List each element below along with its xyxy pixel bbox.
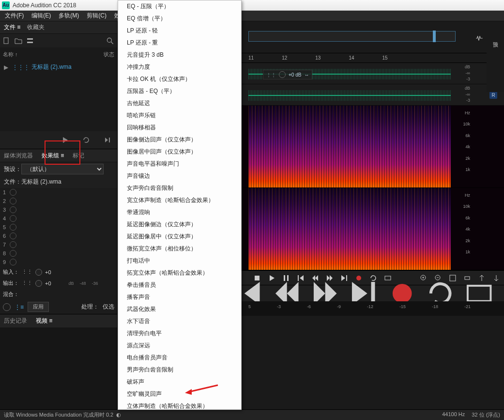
context-menu-item[interactable]: 水下语音	[118, 315, 241, 327]
apply-button[interactable]: 应用	[28, 302, 49, 312]
search-icon[interactable]	[106, 36, 114, 45]
overview-timeline[interactable]	[248, 31, 456, 42]
context-menu-item[interactable]: 声音镶边	[118, 170, 241, 182]
view-waveform-icon[interactable]	[475, 34, 484, 43]
mix-row: 混合：	[0, 289, 117, 300]
power-icon[interactable]	[10, 215, 16, 222]
effect-slot[interactable]: 3	[0, 205, 117, 214]
effect-slot[interactable]: 8	[0, 249, 117, 258]
svg-marker-5	[63, 137, 68, 143]
overview-thumb[interactable]	[433, 31, 436, 42]
effect-slots: 1 2 3 4 5 6 7 8 9	[0, 188, 117, 266]
effect-slot[interactable]: 5	[0, 223, 117, 232]
context-menu-item[interactable]: 冲撞力度	[118, 61, 241, 73]
expand-icon[interactable]: ▶	[4, 64, 8, 71]
context-menu-item[interactable]: 微拓宽立体声（相位移位）	[118, 243, 241, 255]
menu-clip[interactable]: 剪辑(C)	[83, 12, 110, 20]
col-status: 状态	[104, 51, 114, 58]
input-knob[interactable]	[35, 269, 42, 276]
open-file-icon[interactable]	[15, 37, 22, 45]
context-menu-item[interactable]: 延迟图像居中（仅立体声）	[118, 231, 241, 243]
svg-rect-45	[468, 286, 491, 301]
play-icon[interactable]	[61, 136, 69, 144]
svg-point-44	[393, 284, 412, 303]
power-icon[interactable]	[10, 259, 16, 265]
context-menu-item[interactable]: 吉他延迟	[118, 97, 241, 109]
menu-multitrack[interactable]: 多轨(M)	[55, 12, 83, 20]
collapsed-panel[interactable]: 预设	[487, 34, 504, 92]
hud-volume[interactable]: ⋮⋮+0 dB↔	[263, 70, 312, 79]
context-menu-item[interactable]: 电台播音员声音	[118, 352, 241, 364]
input-row: 输入：⋮⋮+0	[0, 266, 117, 278]
multitrack-icon[interactable]	[26, 37, 34, 45]
context-menu-item[interactable]: 女声旁白齿音限制	[118, 182, 241, 194]
context-menu-item[interactable]: 嘻哈声乐链	[118, 109, 241, 122]
effect-slot[interactable]: 9	[0, 258, 117, 266]
tab-video[interactable]: 视频 ≡	[36, 317, 52, 325]
power-icon[interactable]	[10, 241, 16, 248]
context-menu-item[interactable]: LP 还原 - 重	[118, 37, 241, 49]
status-sample-rate: 44100 Hz	[442, 411, 465, 419]
loop-icon[interactable]	[82, 136, 90, 144]
context-menu-item[interactable]: 图像居中回声（仅立体声）	[118, 146, 241, 158]
context-menu-item[interactable]: 空旷幽灵回声	[118, 388, 241, 400]
effect-slot[interactable]: 2	[0, 197, 117, 205]
context-menu-item[interactable]: 武器化效果	[118, 303, 241, 315]
context-menu-item[interactable]: 拓宽立体声（哈斯铝合金效果）	[118, 267, 241, 279]
context-menu-item[interactable]: 图像侧边回声（仅立体声）	[118, 134, 241, 146]
effect-slot[interactable]: 7	[0, 240, 117, 249]
menu-edit[interactable]: 编辑(E)	[28, 12, 55, 20]
list-icon[interactable]: ⋮≡	[15, 304, 24, 311]
context-menu-item[interactable]: EQ - 压限（平）	[118, 0, 241, 13]
effect-slot[interactable]: 1	[0, 188, 117, 197]
preset-dropdown[interactable]: （默认）	[21, 164, 104, 174]
rack-power-icon[interactable]	[3, 303, 11, 311]
context-menu-item[interactable]: 清理旁白电平	[118, 327, 241, 340]
skip-end-icon[interactable]	[340, 274, 348, 282]
tab-favorites[interactable]: 收藏夹	[27, 23, 45, 31]
meter-scale: dB-48-36	[69, 281, 98, 286]
menu-file[interactable]: 文件(F)	[1, 12, 28, 20]
tab-effects-rack[interactable]: 效果组 ≡	[42, 152, 64, 160]
autoplay-icon[interactable]	[104, 136, 111, 144]
context-menu-item[interactable]: 打电话中	[118, 255, 241, 267]
col-name[interactable]: 名称 ↑	[3, 51, 18, 58]
output-knob[interactable]	[35, 280, 42, 287]
power-icon[interactable]	[10, 206, 16, 213]
app-title: Adobe Audition CC 2018	[13, 2, 76, 9]
context-menu-item[interactable]: 回响移相器	[118, 122, 241, 134]
context-menu-item[interactable]: 源点深远	[118, 340, 241, 352]
tab-history[interactable]: 历史记录	[4, 317, 27, 325]
power-icon[interactable]	[10, 189, 16, 196]
context-menu-item[interactable]: 压限器 - EQ（平）	[118, 85, 241, 97]
context-menu-item[interactable]: 宽立体声制造（哈斯铝合金效果）	[118, 194, 241, 206]
context-menu-item[interactable]: 立体声制造（哈斯铝合金效果）	[118, 400, 241, 410]
context-menu-item[interactable]: EQ 倍增（平）	[118, 13, 241, 25]
tab-file[interactable]: 文件 ≡	[4, 23, 20, 31]
tab-media-browser[interactable]: 媒体浏览器	[4, 152, 33, 160]
context-menu-item[interactable]: LP 还原 - 轻	[118, 25, 241, 37]
tab-markers[interactable]: 标记	[73, 152, 84, 160]
power-icon[interactable]	[10, 224, 16, 231]
context-menu-item[interactable]: 延迟图像侧边（仅立体声）	[118, 218, 241, 231]
context-menu-item[interactable]: 男声旁白齿音限制	[118, 364, 241, 376]
svg-rect-7	[109, 138, 110, 142]
effect-slot[interactable]: 6	[0, 232, 117, 240]
effect-slot[interactable]: 4	[0, 214, 117, 223]
context-menu-item[interactable]: 带通混响	[118, 206, 241, 218]
power-icon[interactable]	[10, 250, 16, 257]
context-menu-item[interactable]: 拳击播音员	[118, 279, 241, 291]
waveform-icon: ⋮⋮⋮	[12, 64, 30, 71]
context-menu-item[interactable]: 声音电平器和噪声门	[118, 158, 241, 170]
status-left: 读取 Windows Media Foundation 完成用时 0.2	[4, 411, 113, 419]
context-menu-item[interactable]: 卡拉 OK 机（仅立体声）	[118, 73, 241, 85]
context-menu-item[interactable]: 破坏声	[118, 376, 241, 388]
preview-controls	[0, 131, 117, 149]
power-icon[interactable]	[10, 198, 16, 204]
context-menu-item[interactable]: 播客声音	[118, 291, 241, 303]
context-menu-item[interactable]: 元音提升 3 dB	[118, 49, 241, 61]
file-list-item[interactable]: ▶ ⋮⋮⋮ 无标题 (2).wma	[0, 61, 117, 73]
power-icon[interactable]	[10, 233, 16, 239]
process-label: 处理：	[81, 303, 99, 311]
new-file-icon[interactable]	[3, 37, 11, 45]
